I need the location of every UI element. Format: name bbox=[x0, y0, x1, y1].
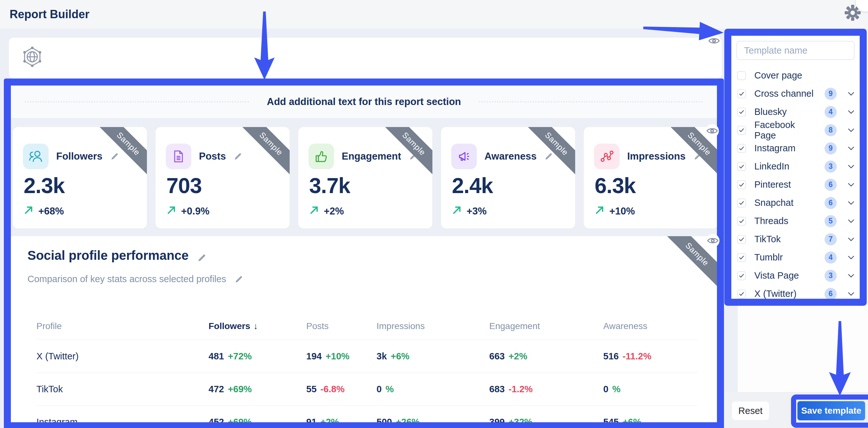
edit-pencil-icon[interactable] bbox=[234, 152, 242, 161]
section-label: Cross channel bbox=[754, 89, 816, 99]
divider bbox=[479, 101, 703, 102]
followers-icon bbox=[23, 144, 49, 169]
template-section-item[interactable]: LinkedIn 3 bbox=[731, 157, 860, 175]
column-header-followers[interactable]: Followers↓ bbox=[209, 321, 306, 331]
section-label: X (Twitter) bbox=[754, 289, 816, 299]
add-text-section[interactable]: Add additional text for this report sect… bbox=[11, 86, 717, 118]
section-label: Pinterest bbox=[754, 179, 816, 190]
stat-card-posts: Sample Posts 703 +0.9% bbox=[156, 127, 290, 229]
card-value: 2.3k bbox=[24, 173, 64, 198]
add-text-label: Add additional text for this report sect… bbox=[267, 96, 461, 107]
card-label: Followers bbox=[56, 151, 102, 162]
report-header-card bbox=[9, 38, 722, 78]
trend-up-icon bbox=[309, 205, 319, 218]
chevron-down-icon[interactable] bbox=[847, 90, 855, 98]
report-builder-screen: Report Builder bbox=[0, 0, 868, 428]
card-trend-value: +0.9% bbox=[181, 205, 210, 217]
chevron-down-icon[interactable] bbox=[847, 144, 855, 153]
template-section-item[interactable]: X (Twitter) 6 bbox=[731, 285, 860, 303]
chevron-down-icon[interactable] bbox=[847, 162, 855, 171]
chevron-down-icon[interactable] bbox=[847, 126, 855, 134]
stat-card-impressions: Sample Impressions 6.3k +10% bbox=[584, 127, 718, 229]
chevron-down-icon[interactable] bbox=[847, 254, 855, 262]
section-label: Snapchat bbox=[754, 198, 816, 208]
section-label: Facebook Page bbox=[754, 120, 816, 141]
edit-pencil-icon[interactable] bbox=[544, 152, 553, 161]
stat-card-engagement: Sample Engagement 3.7k +2% bbox=[298, 127, 432, 229]
checkbox[interactable] bbox=[737, 271, 746, 280]
count-badge: 6 bbox=[825, 288, 837, 300]
engagement-icon bbox=[309, 144, 334, 169]
checkbox[interactable] bbox=[737, 71, 746, 80]
template-section-item[interactable]: Tumblr 4 bbox=[731, 248, 860, 266]
column-header-engagement[interactable]: Engagement bbox=[489, 321, 603, 331]
stat-card-awareness: Sample Awareness 2.4k bbox=[441, 127, 575, 229]
template-section-list: Cover page Cross channel 9 bbox=[731, 66, 860, 303]
edit-pencil-icon[interactable] bbox=[197, 251, 206, 260]
template-name-input[interactable] bbox=[737, 41, 855, 60]
template-section-item[interactable]: Cover page bbox=[731, 66, 860, 85]
eye-icon[interactable] bbox=[705, 124, 719, 138]
checkbox[interactable] bbox=[737, 180, 746, 189]
column-header-posts[interactable]: Posts bbox=[306, 321, 376, 331]
chevron-down-icon[interactable] bbox=[847, 180, 855, 189]
profile-name: Instagram bbox=[36, 417, 209, 427]
eye-icon[interactable] bbox=[706, 234, 720, 248]
column-header-profile[interactable]: Profile bbox=[36, 321, 209, 331]
chevron-down-icon[interactable] bbox=[847, 235, 855, 243]
trend-up-icon bbox=[595, 205, 605, 218]
trend-up-icon bbox=[166, 205, 177, 218]
reset-button[interactable]: Reset bbox=[732, 401, 769, 420]
card-trend-value: +10% bbox=[609, 205, 635, 217]
chevron-down-icon[interactable] bbox=[847, 217, 855, 225]
eye-icon[interactable] bbox=[707, 34, 721, 48]
template-section-item[interactable]: Bluesky 4 bbox=[731, 103, 860, 121]
sort-desc-icon: ↓ bbox=[254, 321, 258, 331]
template-section-item[interactable]: Cross channel 9 bbox=[731, 85, 860, 103]
count-badge: 7 bbox=[825, 233, 837, 245]
table-header-row: Profile Followers↓ Posts Impressions Eng… bbox=[36, 313, 698, 340]
column-header-impressions[interactable]: Impressions bbox=[376, 321, 489, 331]
checkbox[interactable] bbox=[737, 162, 746, 171]
card-trend-value: +2% bbox=[324, 205, 344, 217]
checkbox[interactable] bbox=[737, 107, 746, 117]
section-label: Bluesky bbox=[754, 107, 816, 117]
save-template-button[interactable]: Save template bbox=[798, 401, 865, 420]
card-value: 703 bbox=[166, 173, 202, 198]
network-globe-icon bbox=[20, 45, 45, 71]
checkbox[interactable] bbox=[737, 199, 746, 207]
chevron-down-icon[interactable] bbox=[847, 272, 855, 280]
section-label: TikTok bbox=[754, 234, 816, 244]
checkbox[interactable] bbox=[737, 126, 746, 135]
checkbox[interactable] bbox=[737, 253, 746, 262]
trend-up-icon bbox=[452, 205, 462, 218]
template-section-item[interactable]: Vista Page 3 bbox=[731, 266, 860, 285]
count-badge: 6 bbox=[825, 179, 837, 191]
checkbox[interactable] bbox=[737, 144, 746, 153]
edit-pencil-icon[interactable] bbox=[235, 275, 243, 284]
template-section-item[interactable]: Facebook Page 8 bbox=[731, 121, 860, 139]
awareness-icon bbox=[451, 144, 477, 169]
chevron-down-icon[interactable] bbox=[847, 290, 855, 298]
template-section-item[interactable]: Instagram 9 bbox=[731, 139, 860, 157]
card-value: 2.4k bbox=[452, 173, 493, 198]
chevron-down-icon[interactable] bbox=[847, 199, 855, 207]
count-badge: 6 bbox=[825, 197, 837, 209]
template-section-item[interactable]: Pinterest 6 bbox=[731, 175, 860, 194]
template-section-item[interactable]: Threads 5 bbox=[731, 212, 860, 230]
chevron-down-icon[interactable] bbox=[847, 108, 855, 116]
template-sidebar: Cover page Cross channel 9 bbox=[731, 36, 860, 299]
section-subtitle: Comparison of key stats across selected … bbox=[28, 274, 226, 284]
checkbox[interactable] bbox=[737, 89, 746, 98]
template-section-item[interactable]: Snapchat 6 bbox=[731, 194, 860, 212]
sample-ribbon: Sample bbox=[235, 127, 290, 180]
count-badge: 8 bbox=[825, 124, 837, 136]
edit-pencil-icon[interactable] bbox=[110, 152, 119, 161]
column-header-awareness[interactable]: Awareness bbox=[603, 321, 698, 331]
count-badge: 9 bbox=[825, 88, 837, 100]
template-section-item[interactable]: TikTok 7 bbox=[731, 230, 860, 248]
checkbox[interactable] bbox=[737, 235, 746, 244]
checkbox[interactable] bbox=[737, 290, 746, 298]
card-trend-value: +68% bbox=[38, 205, 64, 217]
checkbox[interactable] bbox=[737, 217, 746, 226]
